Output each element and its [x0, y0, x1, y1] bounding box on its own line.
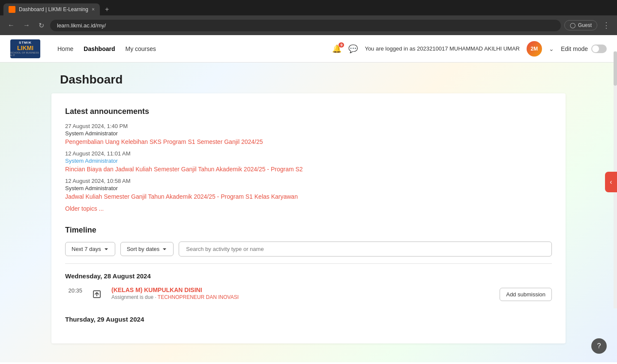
profile-button[interactable]: ◯ Guest: [564, 20, 597, 30]
avatar[interactable]: 2M: [527, 41, 542, 57]
next-7-days-label: Next 7 days: [72, 246, 101, 252]
timeline-title: Timeline: [65, 226, 552, 235]
nav-dashboard[interactable]: Dashboard: [84, 44, 115, 54]
entry-time: 20:35: [65, 287, 82, 294]
upload-icon: [89, 286, 105, 302]
entry-content: (KELAS M) KUMPULKAN DISINI Assignment is…: [111, 286, 493, 300]
search-input[interactable]: [179, 242, 552, 257]
day-header: Wednesday, 28 August 2024: [65, 272, 552, 280]
edit-mode-control: Edit mode: [561, 45, 607, 53]
notification-badge: 9: [338, 42, 344, 48]
back-button[interactable]: ←: [5, 20, 17, 31]
notification-button[interactable]: 🔔 9: [332, 44, 341, 54]
timeline-section: Timeline Next 7 days Sort by dates We: [65, 226, 552, 323]
new-tab-button[interactable]: +: [102, 4, 112, 15]
tab-bar: Dashboard | LIKMI E-Learning × +: [0, 0, 617, 15]
announcements-title: Latest announcements: [65, 107, 552, 116]
next-7-days-dropdown[interactable]: Next 7 days: [65, 242, 115, 256]
day-header: Thursday, 29 August 2024: [65, 316, 552, 323]
tab-favicon: [9, 6, 15, 13]
timeline-entry: 20:35 (KELAS M) KUMPULKAN DISINI Assignm…: [65, 286, 552, 309]
logo-area: STMIK LIKMI SCHOOL OF BUSINESS & IT: [10, 39, 40, 58]
chevron-down-icon: [162, 247, 167, 252]
help-button[interactable]: ?: [591, 338, 607, 354]
announcement-link[interactable]: Rincian Biaya dan Jadwal Kuliah Semester…: [65, 166, 552, 173]
timeline-divider: [65, 263, 552, 264]
site-header: STMIK LIKMI SCHOOL OF BUSINESS & IT Home…: [0, 35, 617, 63]
announcement-date: 12 August 2024, 11:01 AM: [65, 150, 552, 157]
announcement-author: System Administrator: [65, 158, 552, 164]
reload-button[interactable]: ↻: [36, 20, 47, 31]
scrollbar-thumb[interactable]: [614, 51, 617, 86]
logo-stmik: STMIK: [19, 41, 32, 45]
sort-label: Sort by dates: [127, 246, 160, 252]
forward-button[interactable]: →: [21, 20, 33, 31]
older-topics-link[interactable]: Older topics ...: [65, 205, 104, 212]
profile-label: Guest: [578, 22, 592, 28]
logo-sub: SCHOOL OF BUSINESS & IT: [10, 51, 40, 57]
chevron-down-icon: [104, 247, 109, 252]
announcement-date: 27 August 2024, 1:40 PM: [65, 123, 552, 129]
announcement-link[interactable]: Pengembalian Uang Kelebihan SKS Program …: [65, 138, 552, 145]
sidebar-toggle-button[interactable]: ‹: [605, 172, 617, 192]
announcement-item: 27 August 2024, 1:40 PM System Administr…: [65, 123, 552, 145]
entry-title[interactable]: (KELAS M) KUMPULKAN DISINI: [111, 286, 202, 293]
app-container: STMIK LIKMI SCHOOL OF BUSINESS & IT Home…: [0, 35, 617, 364]
announcement-author: System Administrator: [65, 185, 552, 191]
announcement-author: System Administrator: [65, 130, 552, 137]
browser-menu-button[interactable]: ⋮: [601, 19, 612, 32]
user-info: You are logged in as 2023210017 MUHAMMAD…: [365, 45, 520, 52]
browser-window: Dashboard | LIKMI E-Learning × + ← → ↻ ◯…: [0, 0, 617, 35]
tab-close-button[interactable]: ×: [92, 6, 95, 12]
logo: STMIK LIKMI SCHOOL OF BUSINESS & IT: [10, 39, 40, 58]
nav-mycourses[interactable]: My courses: [125, 44, 156, 54]
address-bar[interactable]: [50, 20, 561, 31]
message-button[interactable]: 💬: [348, 44, 358, 54]
announcement-item: 12 August 2024, 10:58 AM System Administ…: [65, 178, 552, 200]
avatar-chevron-icon[interactable]: ⌄: [549, 45, 554, 52]
page-title: Dashboard: [0, 73, 617, 93]
nav-home[interactable]: Home: [57, 44, 73, 54]
timeline-day: Thursday, 29 August 2024: [65, 316, 552, 323]
profile-icon: ◯: [570, 22, 575, 28]
course-name: TECHNOPRENEUR DAN INOVASI: [158, 294, 239, 300]
announcement-link[interactable]: Jadwal Kuliah Semester Ganjil Tahun Akad…: [65, 193, 552, 200]
active-tab[interactable]: Dashboard | LIKMI E-Learning ×: [3, 3, 100, 15]
page-background: Dashboard Latest announcements 27 August…: [0, 63, 617, 362]
announcement-item: 12 August 2024, 11:01 AM System Administ…: [65, 150, 552, 173]
sort-by-dates-dropdown[interactable]: Sort by dates: [120, 242, 174, 256]
entry-subtitle: Assignment is due · TECHNOPRENEUR DAN IN…: [111, 294, 493, 300]
browser-nav: ← → ↻ ◯ Guest ⋮: [0, 15, 617, 35]
edit-mode-toggle[interactable]: [591, 45, 607, 53]
announcements-section: Latest announcements 27 August 2024, 1:4…: [65, 107, 552, 212]
toggle-knob: [592, 45, 599, 52]
main-nav: Home Dashboard My courses: [57, 44, 156, 54]
header-right: 🔔 9 💬 You are logged in as 2023210017 MU…: [332, 41, 607, 57]
logo-likmi: LIKMI: [17, 45, 33, 51]
tab-title: Dashboard | LIKMI E-Learning: [19, 6, 88, 12]
timeline-day: Wednesday, 28 August 2024 20:35 (KELAS M…: [65, 272, 552, 309]
add-submission-button[interactable]: Add submission: [500, 288, 552, 301]
announcement-date: 12 August 2024, 10:58 AM: [65, 178, 552, 184]
edit-mode-label: Edit mode: [561, 45, 588, 52]
content-card: Latest announcements 27 August 2024, 1:4…: [51, 93, 566, 343]
timeline-controls: Next 7 days Sort by dates: [65, 242, 552, 257]
